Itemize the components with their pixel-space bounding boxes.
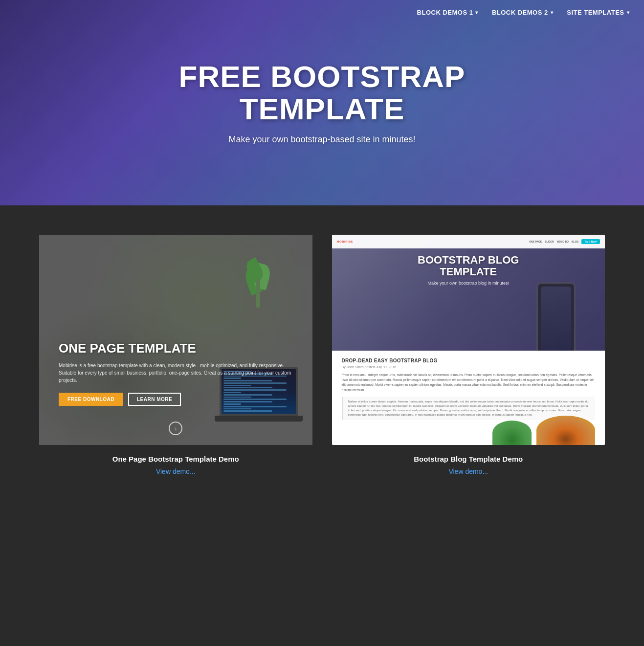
card-blog: MOBIRISE ONE PAGE SLIDER VIDEO BO BLOG T… <box>332 235 605 480</box>
hero-content: FREE BOOTSTRAPTEMPLATE Make your own boo… <box>169 61 475 144</box>
one-page-buttons: FREE DOWNLOAD LEARN MORE <box>59 393 293 406</box>
hero-subtitle: Make your own bootstrap-based site in mi… <box>179 134 466 145</box>
hero-section: FREE BOOTSTRAPTEMPLATE Make your own boo… <box>0 0 644 205</box>
one-page-content: ONE PAGE TEMPLATE Mobirise is a free boo… <box>59 341 293 406</box>
blog-post-title: DROP-DEAD EASY BOOTSTRAP BLOG <box>342 358 596 363</box>
blog-food-image-2 <box>492 421 532 445</box>
blog-blockquote-text: Nullam at tellus a ante dictum sagittis.… <box>348 400 591 417</box>
card-blog-title: Bootstrap Blog Template Demo <box>414 455 523 463</box>
blog-post-body: Proin id eros arcu. Integer neque urna, … <box>342 373 596 393</box>
blog-food-image-1 <box>536 416 595 445</box>
card-one-page: ONE PAGE TEMPLATE Mobirise is a free boo… <box>39 235 312 480</box>
cards-grid: ONE PAGE TEMPLATE Mobirise is a free boo… <box>39 235 605 480</box>
card-one-page-link[interactable]: View demo... <box>156 468 196 475</box>
one-page-template-label: ONE PAGE TEMPLATE <box>59 341 293 356</box>
nav-label-block-demos-2: BLOCK DEMOS 2 <box>492 9 548 16</box>
blog-nav-one-page: ONE PAGE <box>529 240 542 243</box>
card-blog-link[interactable]: View demo... <box>448 468 488 475</box>
hero-title: FREE BOOTSTRAPTEMPLATE <box>179 61 466 124</box>
blog-nav-video: VIDEO BO <box>557 240 569 243</box>
navigation: BLOCK DEMOS 1 ▾ BLOCK DEMOS 2 ▾ SITE TEM… <box>402 0 644 25</box>
blog-nav-items: ONE PAGE SLIDER VIDEO BO BLOG Try It Now… <box>529 239 600 244</box>
learn-more-button[interactable]: LEARN MORE <box>128 393 181 406</box>
card-one-page-image: ONE PAGE TEMPLATE Mobirise is a free boo… <box>39 235 312 445</box>
nav-item-block-demos-1[interactable]: BLOCK DEMOS 1 ▾ <box>417 9 478 16</box>
card-one-page-caption: One Page Bootstrap Template Demo View de… <box>108 445 244 480</box>
one-page-template-desc: Mobirise is a free bootstrap template wi… <box>59 362 293 384</box>
nav-label-block-demos-1: BLOCK DEMOS 1 <box>417 9 473 16</box>
phone-decoration <box>536 282 576 351</box>
free-download-button[interactable]: FREE DOWNLOAD <box>59 393 123 406</box>
card-one-page-title: One Page Bootstrap Template Demo <box>112 455 239 463</box>
chevron-down-icon-3: ▾ <box>627 10 630 15</box>
card-blog-caption: Bootstrap Blog Template Demo View demo..… <box>409 445 528 480</box>
blog-top-section: MOBIRISE ONE PAGE SLIDER VIDEO BO BLOG T… <box>332 235 605 351</box>
code-line <box>223 406 287 407</box>
phone-screen <box>541 287 571 351</box>
blog-nav-slider: SLIDER <box>545 240 554 243</box>
nav-item-site-templates[interactable]: SITE TEMPLATES ▾ <box>567 9 629 16</box>
chevron-down-icon-1: ▾ <box>475 10 478 15</box>
scroll-down-icon[interactable]: ↓ <box>169 422 182 435</box>
blog-card-preview: MOBIRISE ONE PAGE SLIDER VIDEO BO BLOG T… <box>332 235 605 445</box>
blog-nav-blog: BLOG <box>572 240 578 243</box>
one-page-card-preview: ONE PAGE TEMPLATE Mobirise is a free boo… <box>39 235 312 445</box>
laptop-base <box>215 416 303 422</box>
blog-nav-cta-button[interactable]: Try It Now! <box>581 239 600 244</box>
blog-nav-logo: MOBIRISE <box>337 240 354 243</box>
plant-stem <box>256 279 260 308</box>
nav-label-site-templates: SITE TEMPLATES <box>567 9 624 16</box>
chevron-down-icon-2: ▾ <box>551 10 554 15</box>
blog-top-title: BOOTSTRAP BLOGTEMPLATE <box>332 254 605 278</box>
blog-post-meta: By John Smith posted July 30, 2016 <box>342 365 596 369</box>
code-line <box>223 410 273 412</box>
blog-bottom-section: DROP-DEAD EASY BOOTSTRAP BLOG By John Sm… <box>332 351 605 446</box>
blog-nav-bar: MOBIRISE ONE PAGE SLIDER VIDEO BO BLOG T… <box>332 235 605 248</box>
blog-top-title-block: BOOTSTRAP BLOGTEMPLATE Make your own boo… <box>332 254 605 286</box>
code-line <box>223 408 252 410</box>
cards-section: ONE PAGE TEMPLATE Mobirise is a free boo… <box>0 205 644 519</box>
card-blog-image: MOBIRISE ONE PAGE SLIDER VIDEO BO BLOG T… <box>332 235 605 445</box>
plant-decoration <box>244 249 273 308</box>
nav-item-block-demos-2[interactable]: BLOCK DEMOS 2 ▾ <box>492 9 553 16</box>
